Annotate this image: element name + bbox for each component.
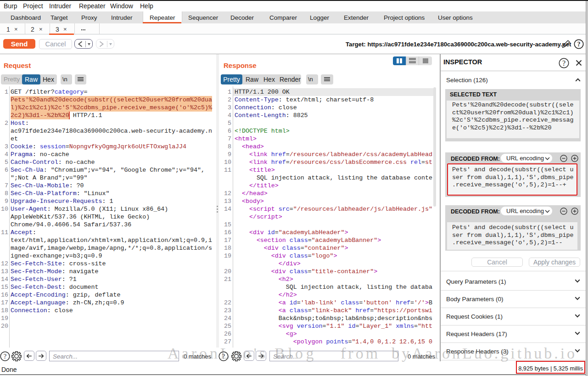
svg-text:?: ? [562, 59, 566, 67]
svg-text:?: ? [577, 41, 581, 48]
